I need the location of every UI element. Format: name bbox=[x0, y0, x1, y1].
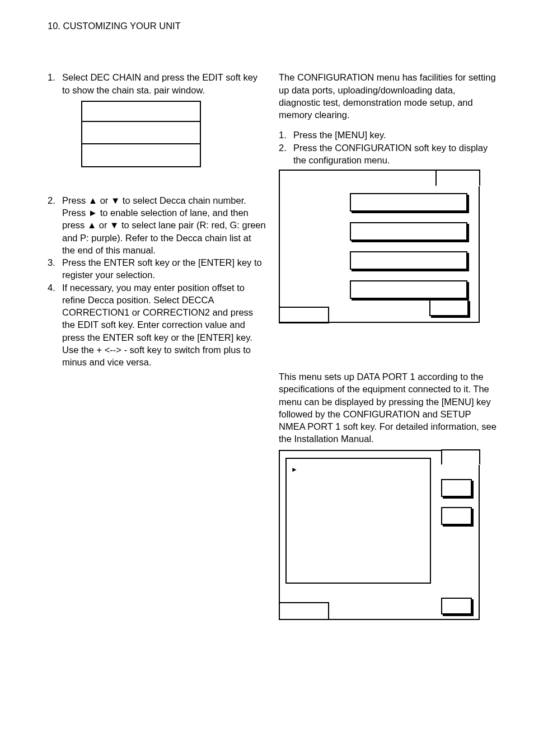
left-steps-list-cont: 2. Press ▲ or ▼ to select Decca chain nu… bbox=[48, 194, 266, 369]
left-column: 1. Select DEC CHAIN and press the EDIT s… bbox=[48, 71, 266, 619]
left-step-1: 1. Select DEC CHAIN and press the EDIT s… bbox=[48, 71, 266, 96]
figure-chain-sta-pair-window bbox=[48, 101, 266, 167]
menu-tab bbox=[435, 170, 480, 186]
configuration-intro: The CONFIGURATION menu has facilities fo… bbox=[279, 71, 497, 121]
step-number: 4. bbox=[48, 281, 62, 369]
step-text: Select DEC CHAIN and press the EDIT soft… bbox=[62, 71, 266, 96]
menu-tab bbox=[441, 449, 480, 465]
side-softkey bbox=[441, 479, 472, 497]
divider-line bbox=[82, 143, 200, 144]
chain-box-outline bbox=[81, 101, 201, 167]
softkey-slot bbox=[350, 222, 467, 241]
left-step-2: 2. Press ▲ or ▼ to select Decca chain nu… bbox=[48, 194, 266, 256]
softkey-slot bbox=[350, 193, 467, 212]
bottom-right-softkey bbox=[441, 598, 472, 614]
bottom-left-softkey bbox=[279, 307, 329, 323]
left-step-4: 4. If necessary, you may enter position … bbox=[48, 281, 266, 369]
divider-line bbox=[82, 121, 200, 122]
step-text: Press the ENTER soft key or the [ENTER] … bbox=[62, 256, 266, 281]
right-step-2: 2. Press the CONFIGURATION soft key to d… bbox=[279, 142, 497, 167]
right-steps-list: 1. Press the [MENU] key. 2. Press the CO… bbox=[279, 129, 497, 166]
right-step-1: 1. Press the [MENU] key. bbox=[279, 129, 497, 141]
figure-setup-nmea-port: ► bbox=[279, 450, 480, 620]
two-column-layout: 1. Select DEC CHAIN and press the EDIT s… bbox=[48, 71, 500, 619]
right-column: The CONFIGURATION menu has facilities fo… bbox=[279, 71, 497, 619]
setup-list-area: ► bbox=[285, 458, 431, 584]
step-text: Press ▲ or ▼ to select Decca chain numbe… bbox=[62, 194, 266, 256]
spacer bbox=[279, 323, 497, 370]
softkey-slot bbox=[350, 251, 467, 270]
bottom-right-softkey bbox=[429, 299, 469, 316]
triangle-right-icon: ► bbox=[291, 466, 298, 473]
step-number: 3. bbox=[48, 256, 62, 281]
left-step-3: 3. Press the ENTER soft key or the [ENTE… bbox=[48, 256, 266, 281]
bottom-left-softkey bbox=[279, 602, 329, 620]
figure-configuration-menu bbox=[279, 170, 480, 323]
step-text: Press the [MENU] key. bbox=[293, 129, 497, 141]
page: 10. CUSTOMIZING YOUR UNIT 1. Select DEC … bbox=[0, 0, 534, 756]
step-number: 1. bbox=[279, 129, 293, 141]
step-text: If necessary, you may enter position off… bbox=[62, 281, 266, 369]
step-number: 1. bbox=[48, 71, 62, 96]
setup-paragraph: This menu sets up DATA PORT 1 according … bbox=[279, 370, 497, 445]
step-text: Press the CONFIGURATION soft key to disp… bbox=[293, 142, 497, 167]
left-steps-list: 1. Select DEC CHAIN and press the EDIT s… bbox=[48, 71, 266, 96]
spacer bbox=[48, 177, 266, 194]
step-number: 2. bbox=[279, 142, 293, 167]
chapter-heading: 10. CUSTOMIZING YOUR UNIT bbox=[48, 20, 500, 32]
step-number: 2. bbox=[48, 194, 62, 256]
softkey-slot bbox=[350, 280, 467, 299]
side-softkey bbox=[441, 507, 472, 525]
